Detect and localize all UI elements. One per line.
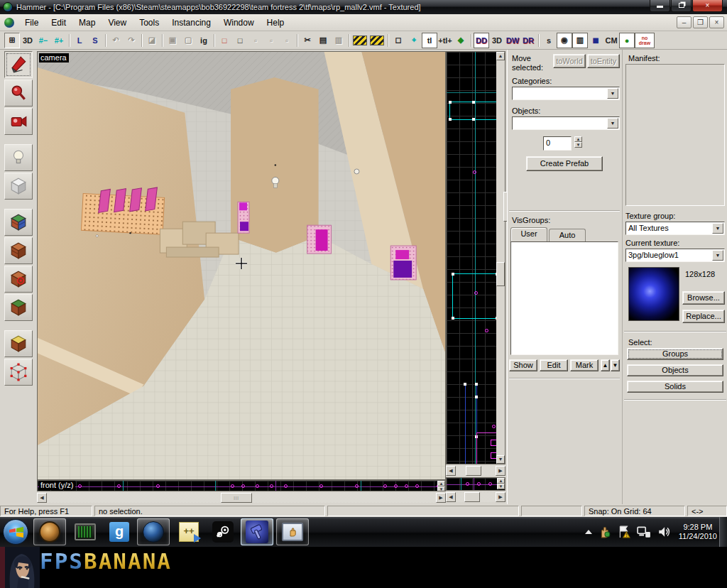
tray-hand-icon[interactable] [598,526,611,538]
mini-view-hscrollbar[interactable]: ◀ ▶ [446,492,505,502]
viewport-2d-front[interactable]: front (y/z) ▲ ▼ [37,480,446,491]
viewport-2d-mini[interactable]: ▲ ▼ [446,477,505,491]
scroll-left-arrow[interactable]: ◀ [446,466,456,476]
show-desktop-button[interactable] [719,517,727,547]
grid-3d-button[interactable]: 3D [20,33,35,48]
tray-clock[interactable]: 9:28 PM 11/24/2010 [679,523,717,541]
overlay-tool[interactable] [4,294,33,321]
soundscape-button[interactable]: s [541,33,557,48]
tab-visgroups-auto[interactable]: Auto [549,229,586,241]
clipping-tool[interactable] [4,330,33,357]
no-draw-button[interactable]: no draw [635,33,655,48]
taskbar-garrysmod[interactable]: g [103,518,136,545]
dropdown-arrow-icon[interactable]: ▼ [712,223,723,234]
taskbar-media-player[interactable] [33,518,66,545]
hide-unselected-button[interactable]: □ [232,33,248,48]
window-restore-button[interactable] [671,0,692,12]
front-view-hscrollbar[interactable]: ◀ ||| ▶ [37,493,446,503]
to-world-button[interactable]: toWorld [553,54,586,68]
visgroup-down-button[interactable]: ▼ [611,359,620,371]
scroll-thumb[interactable] [464,492,480,502]
texture-lock-button[interactable]: tl [422,33,437,48]
vertex-tool[interactable] [4,359,33,386]
scroll-left-arrow[interactable]: ◀ [446,492,456,502]
scroll-down-arrow[interactable]: ▼ [437,486,445,491]
show-items-button[interactable]: ▫ [279,33,295,48]
display-wire-button[interactable]: DW [505,33,520,48]
copy-button[interactable]: ▤ [315,33,331,48]
to-entity-button[interactable]: toEntity [587,54,620,68]
display-rendered-button[interactable]: DR [520,33,536,48]
ungroup-button[interactable]: ▢ [180,33,196,48]
replace-button[interactable]: Replace... [682,310,725,323]
model-render-button[interactable]: ◉ [557,33,572,48]
scroll-down-arrow[interactable]: ▼ [497,484,505,489]
scroll-right-arrow[interactable]: ▶ [436,493,446,503]
tray-volume-icon[interactable] [657,526,670,538]
cordon-edit-button[interactable] [353,36,367,45]
categories-combobox[interactable]: ▼ [512,87,620,100]
texture-group-combobox[interactable]: All Textures ▼ [625,222,725,235]
scroll-down-arrow[interactable]: ▼ [496,455,505,464]
visgroup-show-button[interactable]: Show [509,359,537,371]
scroll-left-arrow[interactable]: ◀ [37,493,47,503]
mdi-restore-button[interactable]: ❐ [693,16,708,28]
select-touching-button[interactable]: ◻ [390,33,406,48]
camera-tool[interactable] [4,108,33,135]
show-hidden-button[interactable]: ▫ [248,33,263,48]
menu-item[interactable]: View [102,15,133,31]
taskbar-hammer[interactable] [241,518,273,545]
select-marquee-button[interactable]: ⌖ [406,33,422,48]
paste-button[interactable]: ▥ [331,33,346,48]
redo-button[interactable]: ↷ [124,33,139,48]
mini-view-vscroll[interactable]: ▲ ▼ [497,478,505,489]
dropdown-arrow-icon[interactable]: ▼ [607,88,618,99]
foliage-button[interactable]: ● [619,33,635,48]
visgroups-list[interactable] [510,241,618,355]
hide-selected-button[interactable]: □ [217,33,232,48]
fade-preview-button[interactable]: ◼ [588,33,603,48]
menu-item[interactable]: Help [261,15,291,31]
menu-item[interactable]: Map [72,15,102,31]
taskbar-vcpp[interactable]: ++ [173,518,205,545]
start-button[interactable] [3,519,28,545]
mdi-close-button[interactable]: × [709,16,724,28]
menu-item[interactable]: Instancing [165,15,217,31]
carve-button[interactable]: ◪ [144,33,160,48]
grid-smaller-button[interactable]: #− [35,33,51,48]
cm-button[interactable]: CM [603,33,619,48]
texture-lock-scale-button[interactable]: +tl+ [437,33,453,48]
menu-item[interactable]: File [18,15,45,31]
display-dotted-button[interactable]: DD [474,33,489,48]
scroll-right-arrow[interactable]: ▶ [496,466,505,476]
viewport-2d-side[interactable]: ▲ ▼ [446,51,505,464]
select-objects-button[interactable]: Objects [627,364,723,376]
dropdown-arrow-icon[interactable]: ▼ [607,118,618,129]
prefab-count-spinner[interactable]: ▲ ▼ [574,136,582,148]
visgroup-mark-button[interactable]: Mark [570,359,598,371]
mdi-minimize-button[interactable]: – [677,16,692,28]
select-groups-button[interactable]: Groups [627,348,723,360]
cut-button[interactable]: ✂ [300,33,315,48]
front-view-vscroll[interactable]: ▲ ▼ [437,481,445,491]
visgroup-up-button[interactable]: ▲ [601,359,610,371]
taskbar-steam[interactable] [207,518,239,545]
flip-objects-button[interactable]: ◆ [453,33,469,48]
taskbar-remote[interactable] [276,518,309,545]
tray-network-icon[interactable] [637,526,651,538]
menu-item[interactable]: Tools [133,15,165,31]
taskbar-system-monitor[interactable] [69,518,102,545]
tab-visgroups-user[interactable]: User [510,227,547,241]
scroll-up-arrow[interactable]: ▲ [496,52,505,60]
save-window-state-button[interactable]: S [87,33,103,48]
objects-combobox[interactable]: ▼ [512,116,620,130]
dropdown-arrow-icon[interactable]: ▼ [712,250,723,261]
tray-expand-icon[interactable] [585,530,592,534]
tray-action-center-icon[interactable]: ! [618,526,630,538]
magnify-tool[interactable] [4,80,33,107]
selection-box[interactable] [452,273,498,319]
detail-toggle-button[interactable]: ▥ [572,33,588,48]
scroll-thumb[interactable] [466,466,481,476]
apply-current-texture-tool[interactable] [4,237,33,264]
prefab-count-field[interactable]: 0 [543,136,572,151]
